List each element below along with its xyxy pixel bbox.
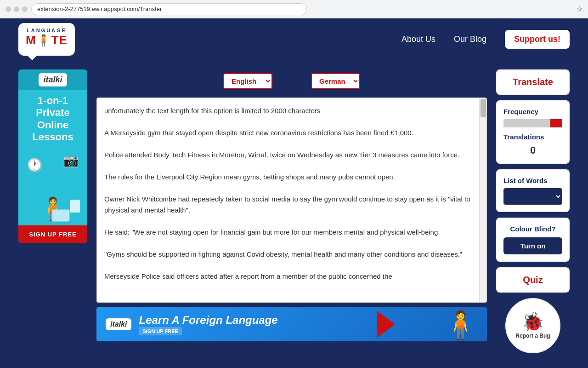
nav-about[interactable]: About Us bbox=[401, 34, 435, 44]
translate-label: Translate bbox=[513, 77, 553, 87]
logo-line1: LANGUAGE bbox=[26, 28, 68, 33]
maximize-btn[interactable] bbox=[22, 6, 28, 12]
target-language-select[interactable]: German French Spanish Italian bbox=[311, 73, 360, 89]
greater-than: > bbox=[297, 75, 304, 88]
bottom-ad-italki-logo: italki bbox=[106, 318, 131, 330]
ad-line3: Online bbox=[37, 119, 68, 131]
address-bar[interactable]: extension-2-277519.ew.r.appspot.com/Tran… bbox=[31, 3, 307, 15]
nav-blog[interactable]: Our Blog bbox=[454, 34, 486, 44]
bottom-ad-arrow bbox=[377, 310, 395, 338]
frequency-translations-box: Frequency Translations 0 bbox=[496, 100, 570, 164]
bottom-ad-signup: SIGN UP FREE bbox=[139, 327, 181, 335]
list-words-box: List of Words bbox=[496, 169, 570, 212]
italki-logo: italki bbox=[39, 73, 67, 86]
translations-count: 0 bbox=[503, 144, 562, 156]
header: LANGUAGE M 🧍 TE About Us Our Blog Suppor… bbox=[0, 18, 588, 60]
bottom-ad-banner: italki Learn A Foreign Language SIGN UP … bbox=[96, 307, 487, 341]
bug-icon: 🐞 bbox=[521, 312, 544, 331]
signup-button[interactable]: SIGN UP FREE bbox=[18, 225, 87, 243]
translation-controls: English French Spanish German -> > Germa… bbox=[96, 69, 487, 93]
bookmark-icon[interactable]: ☆ bbox=[576, 5, 582, 13]
logo-line2: M 🧍 TE bbox=[26, 33, 68, 47]
main-content: italki 1-on-1 Private Online Lessons 🕐 📷… bbox=[0, 60, 588, 362]
frequency-bar-container bbox=[503, 119, 562, 127]
list-words-title: List of Words bbox=[503, 177, 562, 184]
bottom-ad-text: Learn A Foreign Language bbox=[139, 314, 277, 327]
translation-input[interactable]: unfortunately the text length for this o… bbox=[97, 98, 486, 300]
url-text: extension-2-277519.ew.r.appspot.com/Tran… bbox=[37, 6, 162, 12]
browser-controls bbox=[6, 6, 28, 12]
report-bug-button[interactable]: 🐞 Report a Bug bbox=[505, 298, 560, 353]
tablet-icon bbox=[51, 209, 70, 222]
bottom-ad-content: Learn A Foreign Language SIGN UP FREE bbox=[139, 314, 277, 335]
colour-blind-box: Colour Blind? Turn on bbox=[496, 218, 570, 262]
ad-line1: 1-on-1 bbox=[38, 95, 68, 106]
italki-header: italki bbox=[18, 69, 87, 90]
colour-blind-title: Colour Blind? bbox=[503, 225, 562, 233]
paper-icon bbox=[70, 200, 80, 213]
translations-title: Translations bbox=[503, 133, 562, 141]
arrow-icon: -> bbox=[280, 75, 290, 88]
frequency-title: Frequency bbox=[503, 108, 562, 115]
text-area-container: unfortunately the text length for this o… bbox=[96, 98, 487, 303]
bottom-ad-person-icon: 🧍 bbox=[443, 309, 478, 341]
scroll-thumb[interactable] bbox=[481, 99, 486, 117]
logo-te: TE bbox=[51, 33, 68, 47]
ad-line2: Private bbox=[36, 107, 69, 118]
list-words-select[interactable] bbox=[503, 188, 562, 205]
logo: LANGUAGE M 🧍 TE bbox=[18, 23, 75, 56]
quiz-label: Quiz bbox=[523, 275, 543, 285]
support-button[interactable]: Support us! bbox=[505, 30, 570, 49]
left-ad-panel: italki 1-on-1 Private Online Lessons 🕐 📷… bbox=[18, 69, 87, 243]
minimize-btn[interactable] bbox=[14, 6, 19, 12]
logo-container[interactable]: LANGUAGE M 🧍 TE bbox=[18, 23, 75, 56]
translate-button[interactable]: Translate bbox=[496, 69, 570, 95]
nav-links: About Us Our Blog Support us! bbox=[401, 30, 570, 49]
ad-body: 1-on-1 Private Online Lessons 🕐 📷 🧍 bbox=[18, 90, 87, 225]
report-bug-label: Report a Bug bbox=[515, 333, 550, 339]
logo-person-icon: 🧍 bbox=[37, 34, 51, 47]
close-btn[interactable] bbox=[6, 6, 11, 12]
right-panel: Translate Frequency Translations 0 List … bbox=[496, 69, 570, 353]
ad-text: 1-on-1 Private Online Lessons bbox=[22, 90, 84, 148]
frequency-bar-fill bbox=[550, 119, 562, 127]
frequency-bar bbox=[503, 119, 562, 127]
center-panel: English French Spanish German -> > Germa… bbox=[96, 69, 487, 341]
ad-figure: 🕐 📷 🧍 bbox=[22, 148, 84, 222]
camera-icon: 📷 bbox=[63, 153, 79, 168]
logo-m: M bbox=[26, 33, 36, 47]
quiz-box[interactable]: Quiz bbox=[496, 267, 570, 293]
scrollbar[interactable] bbox=[479, 98, 486, 302]
clock-icon: 🕐 bbox=[27, 157, 43, 172]
colour-blind-toggle[interactable]: Turn on bbox=[503, 237, 562, 254]
ad-line4: Lessons bbox=[32, 131, 73, 143]
source-language-select[interactable]: English French Spanish German bbox=[223, 73, 272, 89]
browser-chrome: extension-2-277519.ew.r.appspot.com/Tran… bbox=[0, 0, 588, 18]
